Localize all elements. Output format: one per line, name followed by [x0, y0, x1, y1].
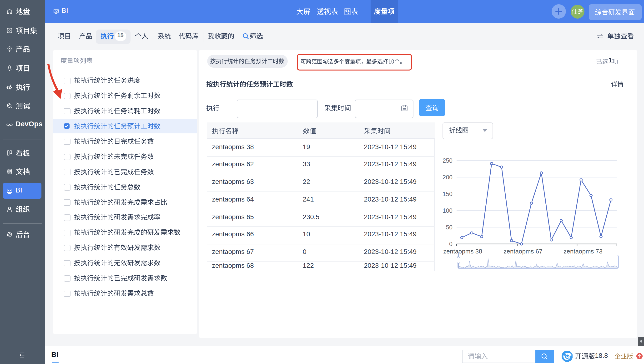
svg-text:zentaopms 73: zentaopms 73: [564, 248, 602, 255]
svg-text:150: 150: [442, 190, 452, 197]
svg-text:0: 0: [449, 240, 452, 247]
svg-text:250: 250: [442, 157, 452, 164]
svg-text:100: 100: [442, 207, 452, 214]
svg-text:zentaopms 38: zentaopms 38: [443, 248, 482, 255]
svg-text:50: 50: [446, 224, 452, 230]
svg-text:200: 200: [442, 174, 452, 180]
svg-text:zentaopms 67: zentaopms 67: [504, 248, 542, 255]
